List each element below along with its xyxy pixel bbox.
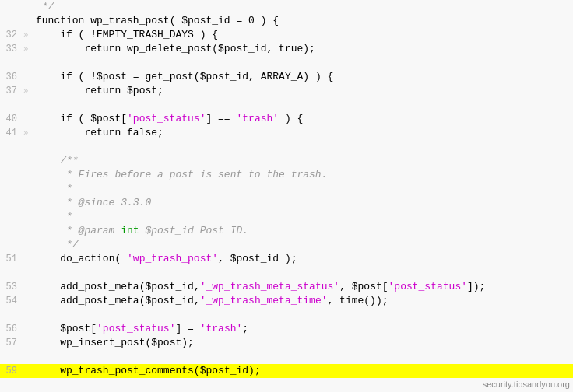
line-arrow: » — [23, 126, 36, 140]
code-line: 54 add_post_meta($post_id,'_wp_trash_met… — [0, 294, 573, 308]
line-number: 51 — [0, 252, 23, 266]
line-content: wp_insert_post($post); — [36, 336, 573, 350]
line-number: 33 — [0, 42, 23, 56]
code-line: 36 if ( !$post = get_post($post_id, ARRA… — [0, 70, 573, 84]
line-number: 41 — [0, 126, 23, 140]
line-number: 36 — [0, 70, 23, 84]
code-line — [0, 56, 573, 70]
line-content: function wp_trash_post( $post_id = 0 ) { — [36, 14, 573, 28]
line-content: if ( $post['post_status'] == 'trash' ) { — [36, 112, 573, 126]
line-content: add_post_meta($post_id,'_wp_trash_meta_s… — [36, 280, 573, 294]
code-line: 59 wp_trash_post_comments($post_id); — [0, 364, 573, 378]
line-number: 32 — [0, 28, 23, 42]
line-arrow: » — [23, 42, 36, 56]
line-content: $post['post_status'] = 'trash'; — [36, 322, 573, 336]
line-number: 37 — [0, 84, 23, 98]
line-content: * — [36, 210, 573, 224]
code-line: * @param int $post_id Post ID. — [0, 224, 573, 238]
line-number: 54 — [0, 294, 23, 308]
line-content: return wp_delete_post($post_id, true); — [36, 42, 573, 56]
line-content: /** — [36, 154, 573, 168]
watermark: security.tipsandyou.org — [483, 380, 570, 389]
line-content: * Fires before a post is sent to the tra… — [36, 168, 573, 182]
line-number: 59 — [0, 364, 23, 378]
line-content: return false; — [36, 126, 573, 140]
code-line — [0, 140, 573, 154]
line-content: if ( !$post = get_post($post_id, ARRAY_A… — [36, 70, 573, 84]
line-content: return $post; — [36, 84, 573, 98]
line-number: 57 — [0, 336, 23, 350]
line-content: */ — [36, 0, 573, 14]
code-line: 40 if ( $post['post_status'] == 'trash' … — [0, 112, 573, 126]
code-line: */ — [0, 0, 573, 14]
code-line: 33» return wp_delete_post($post_id, true… — [0, 42, 573, 56]
line-content: * @param int $post_id Post ID. — [36, 224, 573, 238]
code-line: 37» return $post; — [0, 84, 573, 98]
line-content — [36, 98, 573, 112]
code-line: 41» return false; — [0, 126, 573, 140]
code-line: * @since 3.3.0 — [0, 196, 573, 210]
line-number: 56 — [0, 322, 23, 336]
line-content — [36, 56, 573, 70]
code-line: function wp_trash_post( $post_id = 0 ) { — [0, 14, 573, 28]
line-number: 53 — [0, 280, 23, 294]
code-line: 57 wp_insert_post($post); — [0, 336, 573, 350]
code-line: 32» if ( !EMPTY_TRASH_DAYS ) { — [0, 28, 573, 42]
line-content — [36, 350, 573, 364]
code-viewer: */function wp_trash_post( $post_id = 0 )… — [0, 0, 573, 392]
line-content: add_post_meta($post_id,'_wp_trash_meta_t… — [36, 294, 573, 308]
code-line: 51 do_action( 'wp_trash_post', $post_id … — [0, 252, 573, 266]
line-content: if ( !EMPTY_TRASH_DAYS ) { — [36, 28, 573, 42]
line-content: */ — [36, 238, 573, 252]
line-content: wp_trash_post_comments($post_id); — [36, 364, 573, 378]
code-line: * Fires before a post is sent to the tra… — [0, 168, 573, 182]
code-line: * — [0, 210, 573, 224]
line-arrow: » — [23, 28, 36, 42]
code-lines: */function wp_trash_post( $post_id = 0 )… — [0, 0, 573, 378]
line-content: * — [36, 182, 573, 196]
line-content — [36, 266, 573, 280]
code-line: /** — [0, 154, 573, 168]
line-arrow: » — [23, 84, 36, 98]
code-line: * — [0, 182, 573, 196]
line-content — [36, 308, 573, 322]
code-line — [0, 350, 573, 364]
line-content — [36, 140, 573, 154]
line-content: * @since 3.3.0 — [36, 196, 573, 210]
code-line: */ — [0, 238, 573, 252]
code-line: 56 $post['post_status'] = 'trash'; — [0, 322, 573, 336]
line-number: 40 — [0, 112, 23, 126]
code-line — [0, 308, 573, 322]
line-content: do_action( 'wp_trash_post', $post_id ); — [36, 252, 573, 266]
code-line — [0, 98, 573, 112]
code-line: 53 add_post_meta($post_id,'_wp_trash_met… — [0, 280, 573, 294]
code-line — [0, 266, 573, 280]
